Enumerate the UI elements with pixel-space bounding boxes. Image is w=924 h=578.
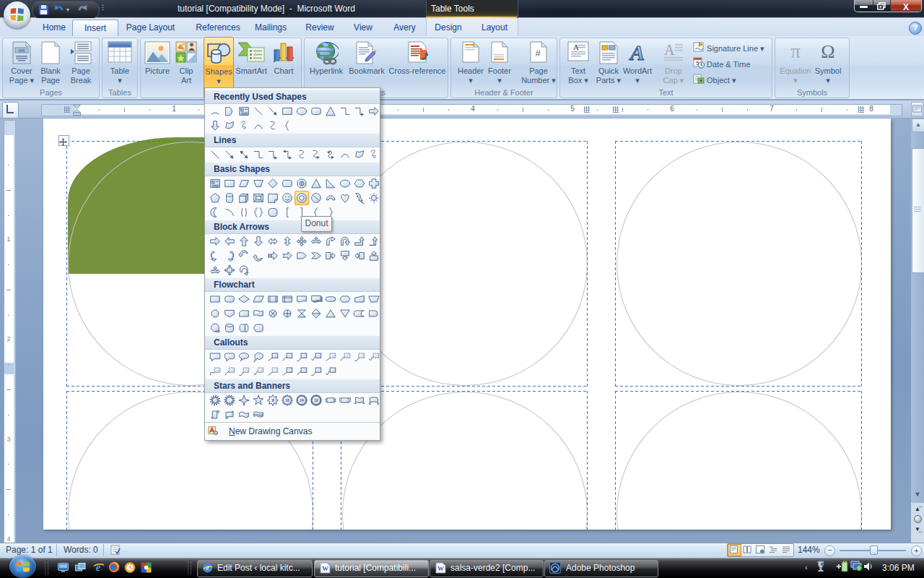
svg-text:π: π [790, 41, 801, 61]
svg-text:NMN: NMN [18, 49, 25, 53]
svg-text:A: A [629, 41, 645, 63]
svg-text:#: # [535, 48, 541, 59]
svg-text:W: W [322, 565, 328, 572]
svg-text:A: A [664, 42, 675, 58]
svg-text:W: W [437, 565, 444, 572]
svg-text:e: e [206, 564, 209, 571]
svg-text:e: e [96, 561, 101, 573]
svg-text:Ω: Ω [821, 41, 834, 61]
